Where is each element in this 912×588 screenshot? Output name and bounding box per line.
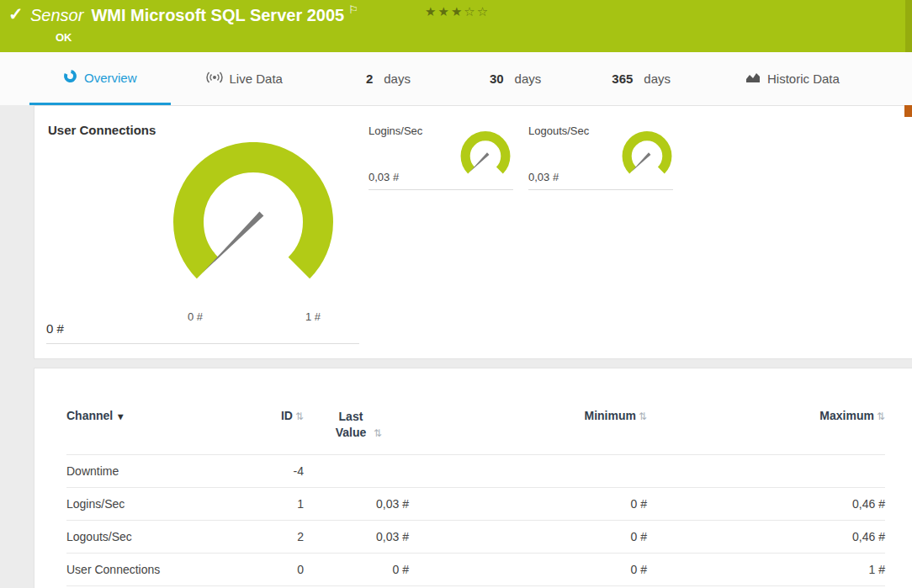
corner-handle[interactable] (904, 105, 912, 117)
status-badge: OK (56, 31, 72, 44)
gauge-scale-min: 0 # (188, 310, 203, 323)
tab-2-days[interactable]: 2 days (356, 52, 421, 105)
last-value-sort-icon: ⇅ (374, 427, 382, 439)
tab-2-days-label: days (384, 72, 411, 86)
gauge-scale-max: 1 # (305, 310, 321, 323)
status-check-icon: ✓ (8, 4, 24, 24)
channel-minimum: 0 # (430, 521, 665, 554)
header-maximum[interactable]: Maximum⇅ (665, 399, 885, 455)
header-last-value[interactable]: Last Value⇅ (304, 399, 430, 455)
channels-panel: Channel▾ ID⇅ Last Value⇅ Minimum⇅ Maximu… (34, 368, 912, 588)
table-row: Downtime -4 (66, 455, 885, 488)
channel-maximum (665, 455, 885, 488)
tab-2-days-number: 2 (366, 72, 373, 86)
channel-minimum: 0 # (430, 488, 665, 521)
id-sort-icon: ⇅ (295, 411, 304, 422)
tab-30-days-label: days (515, 72, 542, 86)
star-rating[interactable]: ★★★☆☆ (425, 4, 490, 19)
channel-maximum: 0,46 # (665, 488, 885, 521)
minimum-sort-icon: ⇅ (639, 411, 647, 422)
channel-id: 0 (253, 554, 304, 586)
channel-maximum: 0,46 # (665, 521, 885, 554)
logins-gauge (459, 131, 512, 179)
filled-stars: ★★★ (425, 4, 464, 19)
tab-30-days-number: 30 (490, 72, 504, 86)
tab-365-days-number: 365 (612, 72, 633, 86)
header-minimum-label: Minimum (584, 409, 635, 422)
channel-minimum (430, 455, 665, 488)
logins-gauge-title: Logins/Sec (369, 124, 422, 137)
channel-name[interactable]: Downtime (66, 455, 253, 488)
user-connections-gauge (169, 142, 337, 289)
historic-data-icon (745, 72, 761, 86)
logouts-gauge-divider (528, 189, 673, 190)
logouts-gauge (621, 131, 673, 179)
tab-live-data-label: Live Data (230, 72, 283, 86)
gauges-panel: User Connections 0 # 1 # 0 # Logins/Sec … (34, 105, 912, 359)
tab-live-data[interactable]: Live Data (196, 52, 293, 105)
header-edge-strip (905, 0, 912, 52)
sensor-type-label: Sensor (30, 6, 83, 24)
channel-last-value: 0,03 # (304, 488, 430, 521)
sensor-header: ✓ SensorWMI Microsoft SQL Server 2005⚐ ★… (0, 0, 912, 52)
channel-last-value (304, 455, 430, 488)
main-gauge-divider (46, 343, 359, 344)
logins-gauge-divider (369, 189, 513, 190)
live-data-icon (206, 72, 223, 86)
logouts-gauge-value: 0,03 # (528, 171, 559, 183)
table-header-row: Channel▾ ID⇅ Last Value⇅ Minimum⇅ Maximu… (66, 399, 885, 455)
page-title: WMI Microsoft SQL Server 2005 (91, 6, 344, 24)
table-row: Logins/Sec 1 0,03 # 0 # 0,46 # (66, 488, 885, 521)
header-channel[interactable]: Channel▾ (66, 399, 253, 455)
tab-365-days[interactable]: 365 days (602, 52, 681, 105)
logouts-gauge-title: Logouts/Sec (528, 124, 589, 137)
table-row: Logouts/Sec 2 0,03 # 0 # 0,46 # (66, 521, 885, 554)
tab-overview-label: Overview (84, 71, 137, 85)
channel-maximum: 1 # (665, 554, 885, 586)
main-gauge-value: 0 # (46, 321, 64, 336)
empty-stars: ☆☆ (464, 4, 490, 19)
channel-name[interactable]: Logins/Sec (66, 488, 253, 521)
channel-name[interactable]: User Connections (66, 554, 253, 586)
tab-overview[interactable]: Overview (29, 52, 171, 105)
tab-historic-data-label: Historic Data (767, 72, 840, 86)
header-maximum-label: Maximum (819, 409, 874, 422)
tab-30-days[interactable]: 30 days (480, 52, 551, 105)
channel-id: 2 (253, 521, 304, 554)
header-id[interactable]: ID⇅ (253, 399, 304, 455)
channel-id: 1 (253, 488, 304, 521)
maximum-sort-icon: ⇅ (877, 411, 885, 422)
channels-table: Channel▾ ID⇅ Last Value⇅ Minimum⇅ Maximu… (66, 399, 885, 586)
main-gauge-title: User Connections (48, 123, 156, 137)
channel-last-value: 0 # (304, 554, 430, 586)
channel-dropdown-icon[interactable]: ▾ (118, 411, 123, 422)
header-id-label: ID (281, 409, 293, 422)
header-minimum[interactable]: Minimum⇅ (430, 399, 665, 455)
tab-historic-data[interactable]: Historic Data (735, 52, 850, 105)
tab-365-days-label: days (644, 72, 671, 86)
channel-id: -4 (253, 455, 304, 488)
header-last-value-label: Last Value (331, 409, 371, 441)
table-row: User Connections 0 0 # 0 # 1 # (66, 554, 885, 586)
priority-flag-icon[interactable]: ⚐ (348, 3, 358, 16)
tab-bar: Overview Live Data 2 days 30 days 365 da… (0, 52, 912, 105)
channel-minimum: 0 # (430, 554, 665, 586)
overview-icon (63, 69, 77, 86)
channel-last-value: 0,03 # (304, 521, 430, 554)
channel-name[interactable]: Logouts/Sec (66, 521, 253, 554)
title-line: SensorWMI Microsoft SQL Server 2005⚐ (30, 6, 358, 25)
header-channel-label: Channel (66, 409, 113, 422)
logins-gauge-value: 0,03 # (369, 171, 399, 183)
